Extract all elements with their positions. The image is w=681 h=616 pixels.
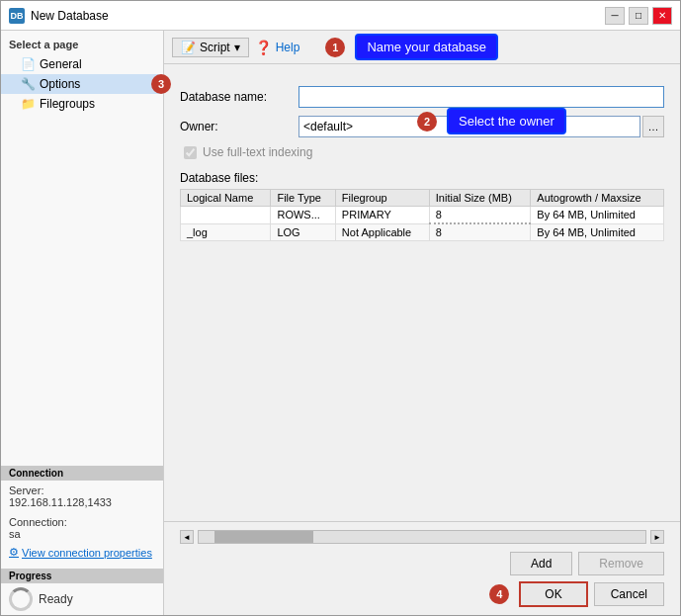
progress-label: Progress — [1, 569, 163, 583]
progress-status-text: Ready — [39, 592, 73, 606]
badge-2: 2 — [417, 112, 437, 132]
minimize-button[interactable]: ─ — [605, 7, 625, 25]
horizontal-scrollbar: ◄ ► — [180, 530, 664, 544]
server-label: Server: — [9, 484, 155, 496]
cancel-button[interactable]: Cancel — [594, 582, 664, 606]
sidebar-item-options[interactable]: 3 🔧 Options — [1, 74, 163, 94]
callout2-text: Select the owner — [459, 114, 554, 129]
database-name-label: Database name: — [180, 90, 298, 104]
sidebar-item-label-options: Options — [40, 77, 80, 91]
fulltext-checkbox[interactable] — [184, 146, 197, 159]
document-icon: 📄 — [21, 57, 36, 71]
col-initial-size: Initial Size (MB) — [429, 190, 531, 207]
sidebar-header: Select a page — [1, 31, 163, 54]
database-name-input[interactable] — [298, 86, 664, 108]
badge-1: 1 — [325, 38, 345, 57]
scrollbar-track[interactable] — [198, 530, 646, 544]
window-title: New Database — [31, 9, 109, 23]
close-button[interactable]: ✕ — [652, 7, 672, 25]
dropdown-chevron-icon: ▾ — [234, 41, 240, 54]
view-connection-link[interactable]: ⚙ View connection properties — [1, 544, 163, 561]
cell-autogrowth-0: By 64 MB, Unlimited — [531, 207, 664, 224]
help-button[interactable]: ❓ Help — [255, 40, 300, 55]
server-info: Server: 192.168.11.128,1433 — [1, 481, 163, 512]
callout-name-db: Name your database — [355, 34, 498, 60]
col-logical-name: Logical Name — [181, 190, 271, 207]
sidebar-item-filegroups[interactable]: 📁 Filegroups — [1, 94, 163, 114]
sidebar: Select a page 📄 General 3 🔧 Options 📁 Fi… — [1, 31, 164, 615]
owner-label: Owner: — [180, 120, 298, 133]
database-name-row: Database name: — [180, 86, 664, 108]
title-controls: ─ □ ✕ — [605, 7, 672, 25]
help-icon: ❓ — [255, 40, 272, 55]
sidebar-bottom: Connection Server: 192.168.11.128,1433 C… — [1, 114, 163, 615]
fulltext-label: Use full-text indexing — [203, 145, 312, 159]
script-label: Script — [200, 41, 230, 54]
scroll-right-button[interactable]: ► — [650, 530, 664, 544]
badge-4: 4 — [489, 584, 509, 604]
connection-label: Connection — [1, 466, 163, 481]
toolbar: 📝 Script ▾ ❓ Help 1 Name your database — [164, 31, 680, 64]
scrollbar-thumb[interactable] — [214, 531, 313, 543]
cell-file-type-1: LOG — [271, 223, 335, 241]
window-icon: DB — [9, 8, 25, 24]
ok-button[interactable]: OK — [519, 581, 587, 607]
remove-button[interactable]: Remove — [578, 552, 664, 575]
db-files-table: Logical Name File Type Filegroup Initial… — [180, 189, 664, 241]
server-value: 192.168.11.128,1433 — [9, 496, 155, 508]
callout1-text: Name your database — [367, 40, 486, 54]
main-panel: 📝 Script ▾ ❓ Help 1 Name your database — [164, 31, 680, 615]
connection-label-text: Connection: — [9, 516, 155, 528]
owner-row: Owner: … 2 Select the owner — [180, 116, 664, 137]
help-label: Help — [276, 41, 300, 54]
script-icon: 📝 — [181, 41, 196, 54]
title-bar-left: DB New Database — [9, 8, 109, 24]
cell-logical-name-0 — [181, 207, 271, 224]
name-callout: 1 Name your database — [325, 34, 498, 60]
col-autogrowth: Autogrowth / Maxsize — [531, 190, 664, 207]
sidebar-item-label-general: General — [40, 57, 82, 71]
owner-callout: 2 Select the owner — [417, 108, 566, 134]
add-remove-row: Add Remove — [180, 552, 664, 575]
cell-size-1: 8 — [429, 223, 531, 241]
bottom-area: ◄ ► Add Remove 4 OK Cancel — [164, 521, 680, 615]
cell-file-type-0: ROWS... — [271, 207, 335, 224]
title-bar: DB New Database ─ □ ✕ — [1, 1, 680, 31]
col-file-type: File Type — [271, 190, 335, 207]
cell-filegroup-0: PRIMARY — [335, 207, 429, 224]
callout-select-owner: Select the owner — [447, 108, 566, 134]
add-button[interactable]: Add — [510, 552, 572, 575]
cell-filegroup-1: Not Applicable — [335, 223, 429, 241]
connection-section: Connection Server: 192.168.11.128,1433 C… — [1, 466, 163, 561]
sidebar-item-label-filegroups: Filegroups — [40, 97, 95, 111]
connection-icon: ⚙ — [9, 546, 19, 559]
col-filegroup: Filegroup — [335, 190, 429, 207]
db-files-label: Database files: — [180, 171, 664, 185]
cell-logical-name-1: _log — [181, 223, 271, 241]
sidebar-item-general[interactable]: 📄 General — [1, 54, 163, 74]
table-row[interactable]: _log LOG Not Applicable 8 By 64 MB, Unli… — [181, 223, 664, 241]
owner-browse-button[interactable]: … — [642, 116, 664, 137]
spinner-icon — [9, 587, 33, 611]
gear-icon: 🔧 — [21, 77, 36, 91]
main-window: DB New Database ─ □ ✕ Select a page 📄 Ge… — [0, 0, 681, 616]
cell-autogrowth-1: By 64 MB, Unlimited — [531, 223, 664, 241]
ok-cancel-row: 4 OK Cancel — [180, 581, 664, 607]
progress-status: Ready — [1, 583, 81, 615]
cell-size-0: 8 — [429, 207, 531, 224]
fulltext-row: Use full-text indexing — [184, 145, 664, 159]
script-button[interactable]: 📝 Script ▾ — [172, 38, 249, 57]
view-connection-label: View connection properties — [22, 547, 152, 559]
badge-3: 3 — [151, 74, 171, 94]
connection-info: Connection: sa — [1, 512, 163, 544]
form-area: Database name: Owner: … 2 Select the own… — [164, 64, 680, 521]
maximize-button[interactable]: □ — [629, 7, 648, 25]
connection-value: sa — [9, 528, 155, 540]
content-area: Select a page 📄 General 3 🔧 Options 📁 Fi… — [1, 31, 680, 615]
scroll-left-button[interactable]: ◄ — [180, 530, 194, 544]
progress-section: Progress Ready — [1, 569, 163, 615]
table-row[interactable]: ROWS... PRIMARY 8 By 64 MB, Unlimited — [181, 207, 664, 224]
folder-icon: 📁 — [21, 97, 36, 111]
